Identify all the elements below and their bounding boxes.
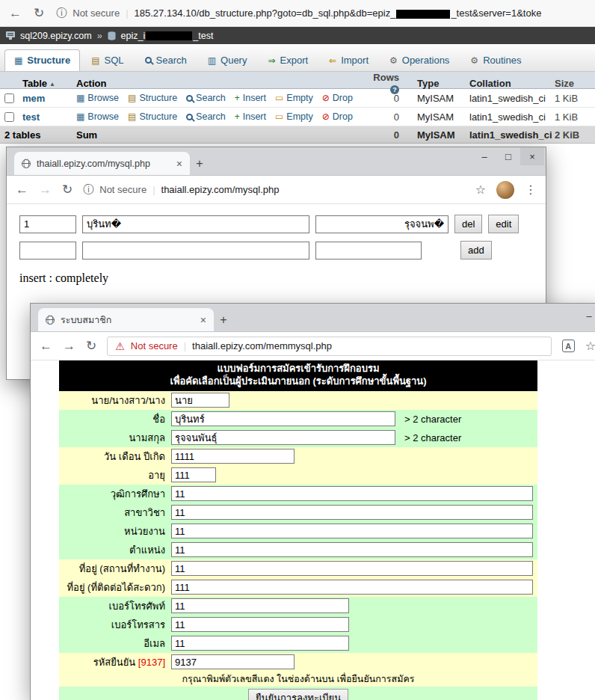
- bookmark-star-icon[interactable]: ☆: [475, 182, 486, 197]
- back-icon[interactable]: ←: [9, 6, 22, 21]
- window-minimize-button[interactable]: –: [472, 147, 496, 165]
- edit-button[interactable]: edit: [488, 215, 519, 233]
- back-icon[interactable]: ←: [40, 339, 52, 354]
- action-label: Browse: [87, 111, 119, 122]
- action-structure[interactable]: ▤Structure: [128, 111, 177, 122]
- action-label: Search: [196, 93, 226, 103]
- address-bar[interactable]: ⓘ Not secure | 185.27.134.10/db_structur…: [56, 7, 586, 20]
- verify-code-input[interactable]: [171, 654, 295, 669]
- tab-close-icon[interactable]: ×: [176, 158, 182, 170]
- add-button[interactable]: add: [460, 241, 492, 260]
- row-select-checkbox[interactable]: [4, 112, 14, 122]
- action-drop[interactable]: ⊘Drop: [322, 93, 353, 103]
- record-name-input[interactable]: [82, 215, 309, 233]
- tab-query[interactable]: ▥ Query: [198, 49, 257, 71]
- reload-icon[interactable]: ↻: [86, 338, 96, 354]
- window-titlebar[interactable]: thaiall.epizy.com/mysql.php × + – □ ×: [7, 147, 546, 176]
- row-select-checkbox[interactable]: [4, 93, 14, 103]
- address-bar[interactable]: ⓘ Not secure | thaiall.epizy.com/mysql.p…: [83, 183, 464, 197]
- reload-icon[interactable]: ↻: [34, 5, 44, 21]
- breadcrumb-database-link[interactable]: epiz_i_test: [121, 31, 214, 41]
- firstname-input[interactable]: [171, 411, 395, 426]
- action-search[interactable]: Search: [186, 93, 226, 103]
- lastname-input[interactable]: [171, 430, 395, 445]
- tab-export[interactable]: ⇒ Export: [258, 49, 318, 71]
- action-empty[interactable]: ▭Empty: [275, 111, 313, 122]
- tab-search[interactable]: Search: [135, 49, 197, 71]
- registration-form: แบบฟอร์มการสมัครเข้ารับการฝึกอบรม เพื่อค…: [59, 360, 537, 700]
- header-type[interactable]: Type: [407, 78, 459, 89]
- tab-close-icon[interactable]: ×: [200, 314, 206, 326]
- delete-button[interactable]: del: [454, 215, 482, 233]
- action-browse[interactable]: ▦Browse: [76, 111, 119, 122]
- db-prefix: epiz_i: [121, 31, 146, 41]
- phpmyadmin-browser-window: ← ↻ ⓘ Not secure | 185.27.134.10/db_stru…: [0, 0, 595, 144]
- submit-registration-button[interactable]: ยืนยันการลงทะเบียน: [248, 689, 348, 700]
- education-input[interactable]: [171, 486, 533, 501]
- forward-icon[interactable]: →: [63, 339, 75, 354]
- action-insert[interactable]: +Insert: [235, 93, 266, 103]
- phone-input[interactable]: [171, 598, 349, 613]
- email-input[interactable]: [171, 636, 349, 651]
- address-bar[interactable]: ⚠ Not secure | thaiall.epizy.com/memmysq…: [107, 337, 551, 356]
- warning-icon[interactable]: ⚠: [115, 340, 125, 352]
- breadcrumb-server-link[interactable]: sql209.epizy.com: [20, 31, 92, 41]
- reload-icon[interactable]: ↻: [62, 182, 73, 197]
- new-id-input[interactable]: [19, 242, 76, 260]
- header-collation[interactable]: Collation: [459, 78, 549, 89]
- translate-icon[interactable]: A: [562, 340, 575, 352]
- action-insert[interactable]: +Insert: [235, 111, 266, 122]
- tab-sql[interactable]: ▤ SQL: [81, 49, 133, 71]
- new-tab-button[interactable]: +: [190, 154, 209, 174]
- action-search[interactable]: Search: [186, 111, 226, 122]
- window-close-button[interactable]: ×: [520, 147, 544, 165]
- record-lastname-input[interactable]: [315, 215, 448, 233]
- tab-import[interactable]: ⇐ Import: [319, 49, 378, 71]
- window-minimize-button[interactable]: –: [578, 307, 595, 325]
- work-address-input[interactable]: [171, 561, 533, 576]
- new-lastname-input[interactable]: [315, 242, 422, 260]
- contact-address-input[interactable]: [171, 580, 533, 595]
- organization-input[interactable]: [171, 524, 533, 538]
- browser-menu-icon[interactable]: ⋮: [525, 182, 537, 197]
- sort-asc-icon: ▲: [49, 81, 55, 88]
- table-name-link[interactable]: mem: [22, 93, 45, 104]
- age-input[interactable]: [171, 467, 216, 482]
- fax-input[interactable]: [171, 617, 349, 632]
- window-titlebar[interactable]: ระบบสมาชิก × + –: [31, 304, 595, 332]
- new-tab-button[interactable]: +: [214, 310, 233, 330]
- back-icon[interactable]: ←: [16, 182, 28, 197]
- structure-icon: ▤: [128, 112, 136, 121]
- table-name-link[interactable]: test: [22, 111, 40, 123]
- browser-tab[interactable]: ระบบสมาชิก ×: [38, 308, 214, 331]
- header-table[interactable]: Table▲: [18, 78, 70, 89]
- forward-icon[interactable]: →: [39, 182, 52, 197]
- header-rows[interactable]: Rows?: [369, 72, 407, 94]
- action-structure[interactable]: ▤Structure: [128, 93, 177, 103]
- window-maximize-button[interactable]: □: [496, 147, 520, 165]
- new-name-input[interactable]: [82, 242, 309, 260]
- action-empty[interactable]: ▭Empty: [275, 93, 313, 103]
- window-controls: – □ ×: [472, 147, 544, 165]
- major-input[interactable]: [171, 505, 533, 520]
- tab-routines[interactable]: ⚙ Routines: [460, 49, 531, 71]
- info-icon[interactable]: ⓘ: [56, 7, 67, 20]
- header-size[interactable]: Size: [549, 78, 595, 89]
- bookmark-star-icon[interactable]: ☆: [585, 339, 595, 353]
- prefix-input[interactable]: [171, 393, 229, 408]
- tab-label: Structure: [27, 55, 70, 66]
- profile-avatar[interactable]: [496, 181, 514, 199]
- action-browse[interactable]: ▦Browse: [76, 93, 119, 103]
- tab-structure[interactable]: ▦ Structure: [4, 49, 80, 71]
- screen: ← ↻ ⓘ Not secure | 185.27.134.10/db_stru…: [0, 0, 595, 700]
- field-label: นามสกุล: [59, 430, 170, 446]
- info-icon[interactable]: ⓘ: [83, 183, 93, 197]
- action-drop[interactable]: ⊘Drop: [322, 111, 353, 122]
- browser-tab[interactable]: thaiall.epizy.com/mysql.php ×: [14, 152, 190, 175]
- action-label: Drop: [333, 93, 353, 103]
- record-id-input[interactable]: [19, 215, 76, 233]
- birthdate-input[interactable]: [171, 449, 295, 464]
- position-input[interactable]: [171, 542, 533, 557]
- form-row: อายุ: [59, 466, 537, 485]
- tab-operations[interactable]: ⚙ Operations: [380, 49, 459, 71]
